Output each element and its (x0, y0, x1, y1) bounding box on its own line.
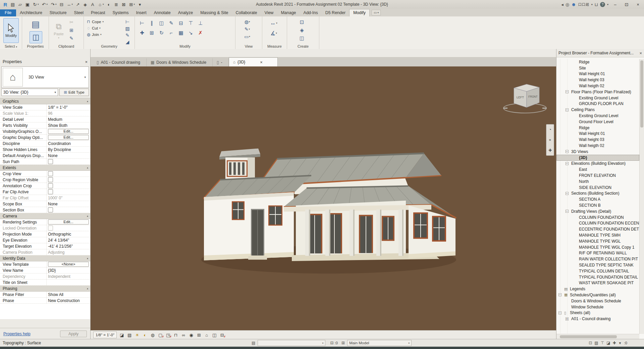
paste-button[interactable]: ⧉ Paste ▾ (52, 18, 66, 43)
scale-icon[interactable]: ↘ (186, 28, 195, 37)
search-icon[interactable]: ◎ (566, 2, 569, 7)
scrollbar-thumb[interactable] (640, 60, 643, 128)
property-value[interactable]: By Discipline By Discipline (46, 147, 90, 152)
shadows-icon[interactable]: ◐ (142, 333, 148, 338)
tree-item[interactable]: Exsiting Ground Level (556, 95, 639, 101)
properties-palette-toggle[interactable]: ◫ (30, 31, 42, 43)
measure-between-refs-icon[interactable]: ↔▾ (267, 20, 280, 27)
panel-label-create[interactable]: Create (287, 44, 319, 49)
property-value[interactable]: <None> <None> (46, 261, 90, 267)
revit-logo[interactable]: R ▾ (2, 1, 9, 8)
browser-horizontal-scrollbar[interactable] (556, 334, 639, 339)
visual-style-icon[interactable]: ◪ (119, 333, 125, 338)
model-house[interactable]: LEFT FRONT (91, 66, 556, 331)
back-icon[interactable]: ◂ (561, 2, 564, 7)
panel-label-modify[interactable]: Modify (135, 44, 235, 49)
trim-extend-icon[interactable]: ⌐ (167, 28, 176, 37)
tree-item[interactable]: SECTION B (556, 202, 639, 208)
section-collapse-icon[interactable]: ▴ (87, 166, 88, 169)
tree-item[interactable]: A01 - Council drawing (556, 316, 639, 322)
sun-path-icon[interactable]: ☀ (134, 333, 140, 338)
tree-item[interactable]: MANHOLE TYPE WGL Copy 1 (556, 244, 639, 250)
tree-item[interactable]: FRONT ELEVATION (556, 172, 639, 179)
panel-label-view[interactable]: View (235, 44, 262, 49)
mirror-pick-axis-icon[interactable]: ◫ (157, 18, 166, 28)
property-value[interactable]: Edit... Edit... (46, 135, 90, 140)
minimize-button[interactable]: – (610, 1, 620, 8)
view-selector-combobox[interactable]: 3D View: {3D} ▾ (1, 89, 58, 96)
graphic-display-options-icon[interactable]: ▧ (126, 333, 132, 338)
property-value[interactable] (46, 280, 90, 285)
tree-item[interactable]: Legends (556, 286, 639, 292)
pin-icon[interactable]: ⊤ (186, 18, 195, 28)
panel-label-geometry[interactable]: Geometry (84, 44, 135, 49)
tree-item[interactable]: {3D} (556, 155, 639, 161)
drag-on-selection-icon[interactable]: ✚ (612, 341, 616, 345)
pan-icon[interactable]: ✚ (548, 148, 552, 153)
restore-button[interactable]: ⊡ (622, 1, 631, 8)
match-type-icon[interactable]: ✎ (68, 35, 75, 41)
show-crop-region-icon[interactable]: ◳ (165, 333, 171, 338)
switch-windows-icon[interactable]: ⊞ ▾ (128, 1, 136, 8)
tree-expander-icon[interactable] (558, 311, 561, 314)
section-icon[interactable]: ◐ ▾ (106, 1, 112, 8)
tree-item[interactable]: COLUMN FOUNDATION ECCEN (556, 220, 639, 227)
tree-item[interactable]: East (556, 166, 639, 172)
tree-item[interactable]: WAST WATER SOAKAGE PIT (556, 280, 639, 286)
account-username[interactable]: 口口超 (578, 2, 589, 7)
property-value[interactable] (46, 207, 90, 213)
view-tab[interactable]: ▯ - (213, 58, 229, 66)
active-workset-combobox[interactable]: ▾ (258, 340, 325, 346)
tree-item[interactable]: Exsiting Ground Level (556, 113, 639, 119)
tree-item[interactable]: SEALED TYPE SEPTIC TANK (556, 262, 639, 268)
property-checkbox[interactable] (48, 159, 53, 164)
property-value[interactable]: 1000' 0" 1000' 0" (46, 195, 90, 201)
account-caret-icon[interactable]: ▾ (591, 3, 593, 6)
tree-item[interactable]: TYPICAL FOUNDATION DETAIL (556, 274, 639, 280)
property-value[interactable]: None None (46, 153, 90, 158)
tag-icon[interactable]: ◈ ▾ (82, 1, 89, 8)
hide-elements-icon[interactable]: ▭▾ (241, 34, 253, 39)
tree-item[interactable]: MANHOLE TYPE SMH (556, 232, 639, 238)
tree-item[interactable]: Ceiling Plans (556, 107, 639, 113)
property-value[interactable]: Show All Show All (46, 292, 90, 297)
tree-expander-icon[interactable] (566, 317, 569, 320)
property-checkbox[interactable] (48, 171, 53, 176)
property-value[interactable]: Coordination Coordination (46, 141, 90, 146)
displaced-elements-icon[interactable]: ◫ (211, 333, 217, 338)
apply-button[interactable]: Apply (60, 331, 87, 337)
split-element-icon[interactable]: ⊟ (176, 18, 185, 28)
cut-geometry-button[interactable]: ◌ Cut ▾ (85, 25, 104, 31)
tree-item[interactable]: GROUND FLOOR PLAN (556, 101, 639, 107)
help-caret-icon[interactable]: ▾ (607, 3, 608, 6)
tree-item[interactable]: Wall Height 01 (556, 71, 639, 77)
temporary-view-properties-icon[interactable]: ⌂ (204, 333, 210, 338)
tree-item[interactable]: Wall Height 01 (556, 131, 639, 137)
property-value[interactable]: Medium Medium (46, 116, 90, 122)
property-value[interactable] (46, 171, 90, 177)
panel-label-select[interactable]: Select ▾ (0, 44, 22, 49)
tree-item[interactable]: RAIN WATER COLLECTION PIT (556, 256, 639, 262)
property-checkbox[interactable] (48, 183, 53, 188)
cope-button[interactable]: ⊓ Cope ▾ (85, 18, 104, 25)
temporary-hide-isolate-icon[interactable]: ∞ (180, 333, 186, 338)
tree-item[interactable]: TYPICAL COLUMN DETAIL (556, 268, 639, 274)
default-3d-view-icon[interactable]: ⌂ ▾ (97, 1, 105, 8)
redo-icon[interactable]: ↷ ▾ (49, 1, 58, 8)
aligned-dimension-icon[interactable]: ↗ ▾ (74, 1, 81, 8)
property-value[interactable] (46, 225, 90, 231)
open-icon[interactable]: ▱ ▾ (17, 1, 23, 8)
panel-label-measure[interactable]: Measure (262, 44, 287, 49)
panel-label-clipboard[interactable]: Clipboard (49, 44, 84, 49)
crop-view-icon[interactable]: ▢ (157, 333, 163, 338)
help-icon[interactable]: ? (600, 2, 605, 7)
property-edit-button[interactable]: Edit... (48, 219, 89, 225)
tree-item[interactable]: Ground Floor Level (556, 119, 639, 125)
property-edit-button[interactable]: Edit... (48, 129, 89, 134)
thin-lines-icon[interactable]: ≣ ▾ (113, 1, 120, 8)
join-geometry-button[interactable]: ◍ Join ▾ (85, 31, 104, 38)
select-pinned-icon[interactable]: ⊤ (601, 341, 604, 345)
close-hidden-windows-icon[interactable]: ⊠ ▾ (120, 1, 127, 8)
override-graphics-icon[interactable]: ✎▾ (241, 27, 253, 32)
property-value[interactable]: New Construction New Construction (46, 298, 90, 303)
